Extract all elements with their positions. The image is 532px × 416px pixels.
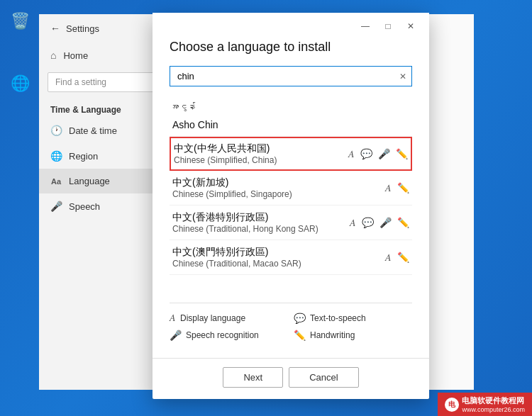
- mic-icon: 🎤: [378, 148, 390, 159]
- lang-item-chinese-simplified-singapore[interactable]: 中文(新加坡) Chinese (Simplified, Singapore) …: [170, 171, 412, 206]
- minimize-button[interactable]: —: [355, 18, 375, 34]
- lang-item-chinese-traditional-macao[interactable]: 中文(澳門特別行政區) Chinese (Traditional, Macao …: [170, 240, 412, 275]
- sidebar-language-label: Language: [69, 176, 110, 186]
- lang-icons-zh-cn: 𝐴 💬 🎤 ✏️: [348, 148, 408, 160]
- lang-name-zh-cn: 中文(中华人民共和国): [174, 142, 277, 155]
- legend-handwriting: ✏️ Handwriting: [294, 330, 412, 341]
- maximize-button[interactable]: □: [378, 18, 398, 34]
- language-install-dialog: — □ ✕ Choose a language to install ✕ အငွ…: [153, 13, 429, 399]
- lang-name-zh-sg: 中文(新加坡): [172, 176, 292, 189]
- lang-name-en-mo: Chinese (Traditional, Macao SAR): [172, 259, 301, 269]
- legend-display-icon: 𝐴: [170, 312, 176, 324]
- legend-display: 𝐴 Display language: [170, 312, 288, 324]
- lang-item-left-zh-hk: 中文(香港特別行政區) Chinese (Traditional, Hong K…: [172, 211, 318, 234]
- tts-icon: 💬: [360, 148, 372, 159]
- window-controls: — □ ✕: [355, 18, 421, 34]
- datetime-icon: 🕐: [50, 125, 62, 136]
- legend-tts-icon: 💬: [294, 313, 306, 324]
- home-icon: ⌂: [50, 50, 56, 61]
- search-box-wrapper: ✕: [170, 66, 412, 86]
- lang-name-zh-mo: 中文(澳門特別行政區): [172, 246, 301, 259]
- language-icon: Aa: [50, 177, 62, 186]
- back-arrow-icon: ←: [50, 23, 60, 34]
- lang-item-chinese-simplified-china[interactable]: 中文(中华人民共和国) Chinese (Simplified, China) …: [170, 137, 412, 171]
- sidebar-region-label: Region: [69, 151, 98, 162]
- home-label: Home: [63, 50, 88, 61]
- lang-name-en-sg: Chinese (Simplified, Singapore): [172, 189, 292, 199]
- dialog-titlebar: — □ ✕: [153, 13, 429, 40]
- legend-speech: 🎤 Speech recognition: [170, 330, 288, 341]
- lang-name-en-cn: Chinese (Simplified, China): [174, 155, 277, 165]
- legend-speech-label: Speech recognition: [186, 330, 259, 340]
- legend-tts: 💬 Text-to-speech: [294, 312, 412, 324]
- lang-item-left-zh-sg: 中文(新加坡) Chinese (Simplified, Singapore): [172, 176, 292, 199]
- legend-handwriting-icon: ✏️: [294, 330, 306, 341]
- next-button[interactable]: Next: [223, 367, 283, 388]
- language-list: အငွန်း Asho Chin 中文(中华人民共和国) Chinese (Si…: [170, 98, 412, 300]
- watermark-text: 电脑软硬件教程网 www.computer26.com: [462, 395, 525, 413]
- mic-icon-hk: 🎤: [379, 217, 392, 228]
- sidebar-speech-label: Speech: [69, 201, 100, 212]
- search-clear-button[interactable]: ✕: [399, 72, 406, 81]
- handwriting-icon: ✏️: [396, 148, 408, 159]
- find-setting-input[interactable]: Find a setting: [48, 72, 169, 92]
- legend-tts-label: Text-to-speech: [310, 313, 366, 323]
- display-lang-icon-mo: 𝐴: [385, 252, 392, 264]
- handwriting-icon-hk: ✏️: [397, 217, 409, 228]
- dialog-content: Choose a language to install ✕ အငွန်း As…: [153, 40, 429, 358]
- lang-icons-zh-hk: 𝐴 💬 🎤 ✏️: [350, 217, 409, 229]
- lang-item-asho-chin[interactable]: Asho Chin: [170, 113, 412, 137]
- watermark-logo: 电: [445, 398, 459, 412]
- close-button[interactable]: ✕: [401, 18, 421, 34]
- legend-display-label: Display language: [180, 313, 245, 323]
- lang-icons-zh-sg: 𝐴 ✏️: [385, 182, 409, 194]
- legend-handwriting-label: Handwriting: [310, 330, 355, 340]
- dialog-footer: Next Cancel: [153, 358, 429, 399]
- legend-section: 𝐴 Display language 💬 Text-to-speech 🎤 Sp…: [170, 303, 412, 347]
- display-lang-icon-hk: 𝐴: [350, 217, 356, 229]
- handwriting-icon-sg: ✏️: [397, 182, 409, 193]
- tts-icon-hk: 💬: [362, 217, 374, 228]
- lang-group-label: အငွန်း: [170, 98, 412, 113]
- lang-name-asho: Asho Chin: [172, 119, 218, 130]
- speech-icon: 🎤: [50, 201, 62, 212]
- lang-item-left: Asho Chin: [172, 119, 218, 130]
- legend-speech-icon: 🎤: [170, 330, 182, 341]
- display-lang-icon: 𝐴: [348, 148, 355, 160]
- lang-item-left-zh-cn: 中文(中华人民共和国) Chinese (Simplified, China): [174, 142, 277, 165]
- cancel-button[interactable]: Cancel: [289, 367, 358, 388]
- desktop: 🗑️ 🌐 ← Settings ⌂ Home Find a setting Ti…: [0, 0, 532, 416]
- lang-item-left-zh-mo: 中文(澳門特別行政區) Chinese (Traditional, Macao …: [172, 246, 301, 269]
- language-search-input[interactable]: [170, 66, 412, 86]
- sidebar-datetime-label: Date & time: [69, 125, 117, 136]
- desktop-icons: 🗑️ 🌐: [6, 7, 34, 98]
- lang-name-zh-hk: 中文(香港特別行政區): [172, 211, 318, 224]
- handwriting-icon-mo: ✏️: [397, 252, 409, 263]
- display-lang-icon-sg: 𝐴: [385, 182, 392, 194]
- region-icon: 🌐: [50, 150, 62, 162]
- edge-icon[interactable]: 🌐: [6, 69, 34, 98]
- watermark: 电 电脑软硬件教程网 www.computer26.com: [438, 393, 532, 416]
- recycle-bin-icon[interactable]: 🗑️: [6, 7, 34, 35]
- dialog-heading: Choose a language to install: [170, 40, 412, 55]
- lang-item-chinese-traditional-hk[interactable]: 中文(香港特別行政區) Chinese (Traditional, Hong K…: [170, 206, 412, 240]
- lang-name-en-hk: Chinese (Traditional, Hong Kong SAR): [172, 224, 318, 234]
- lang-icons-zh-mo: 𝐴 ✏️: [385, 252, 409, 264]
- settings-title: Settings: [66, 23, 99, 34]
